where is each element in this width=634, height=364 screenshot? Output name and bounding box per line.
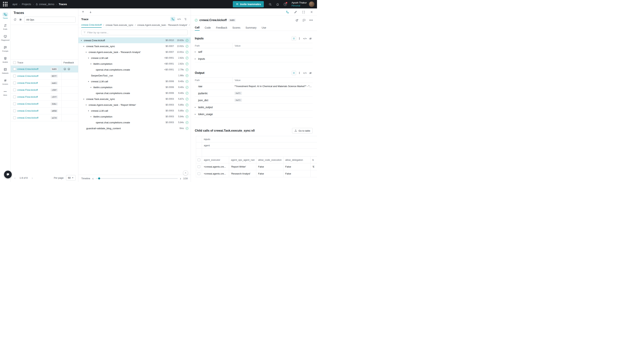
input-row-self[interactable]: ▸self — [195, 48, 312, 55]
per-page-select[interactable]: 50 ▼ — [66, 175, 76, 180]
path-tab[interactable]: crewai.Task.execute_sync — [106, 22, 133, 28]
row-checkbox[interactable] — [13, 88, 16, 91]
span-row[interactable]: ▾crewai.Crew.kickoff$0.001019.83s✓ — [78, 38, 191, 43]
expand-rows-icon[interactable] — [297, 36, 301, 41]
span-row[interactable]: ▾litellm.completion<$0.00012.82s✓ — [78, 61, 191, 67]
trace-row[interactable]: crewai.Crew.kickoff657f — [11, 72, 78, 80]
trace-link[interactable]: crewai.Crew.kickoff — [17, 74, 38, 77]
sidebar-item-evals[interactable]: Evals — [0, 21, 11, 32]
help-icon[interactable]: ? — [284, 3, 287, 6]
row-checkbox[interactable] — [13, 102, 16, 105]
chevron-down-icon[interactable]: ▾ — [88, 80, 91, 82]
trace-row[interactable]: crewai.Crew.kickoffe058 — [11, 108, 78, 114]
output-row-raw[interactable]: raw **Investment Report: AI in Chemical … — [195, 83, 312, 90]
eye-off-icon[interactable] — [308, 71, 312, 75]
trace-link[interactable]: crewai.Crew.kickoff — [17, 68, 38, 70]
chevron-down-icon[interactable]: ▾ — [90, 63, 93, 65]
sidebar-item-datasets[interactable]: Datasets — [0, 65, 11, 76]
output-row-token-usage[interactable]: ▸token_usage — [195, 111, 312, 118]
sidebar-item-more[interactable]: ••• More — [0, 87, 11, 98]
chevron-down-icon[interactable]: ▾ — [90, 116, 93, 118]
overflow-menu-icon[interactable]: ••• — [309, 18, 313, 22]
trace-link[interactable]: crewai.Flow.kickoff — [17, 82, 38, 84]
chevron-down-icon[interactable]: ▾ — [86, 104, 89, 106]
span-row[interactable]: SerperDevTool._run1.66s✓ — [78, 72, 191, 78]
select-all-checkbox[interactable] — [198, 158, 200, 161]
output-row-json-dict[interactable]: json_dict null — [195, 97, 312, 104]
timeline-prev-chevron[interactable]: ‹ — [93, 177, 94, 180]
bell-icon[interactable] — [276, 3, 279, 6]
tab-summary[interactable]: Summary — [245, 24, 256, 30]
trace-row[interactable]: crewai.Flow.kickoffc59f — [11, 86, 78, 94]
list-icon[interactable] — [292, 36, 296, 41]
search-icon[interactable] — [268, 3, 272, 6]
chevron-right-icon[interactable]: ▸ — [195, 106, 198, 108]
child-call-row[interactable]: <crewai.agents.cre... 'Report Writer' Fa… — [196, 163, 317, 170]
select-all-checkbox[interactable] — [13, 61, 16, 64]
tab-call[interactable]: Call — [195, 24, 200, 30]
sidebar-item-scorers[interactable]: Scorers — [0, 76, 11, 87]
trace-link[interactable]: crewai.Crew.kickoff — [17, 102, 38, 105]
trace-row[interactable]: crewai.Flow.kickoffc5ff — [11, 94, 78, 100]
close-icon[interactable] — [310, 10, 313, 14]
chevron-right-icon[interactable]: ▸ — [195, 113, 198, 115]
breadcrumb-projects[interactable]: Projects — [22, 3, 31, 6]
span-row[interactable]: ▾crewai.Agent.execute_task - 'Research A… — [78, 49, 191, 55]
arrow-down-icon[interactable] — [89, 10, 92, 14]
tree-view-icon[interactable] — [170, 17, 175, 21]
child-call-row[interactable]: <crewai.agents.cre... 'Research Analyst'… — [196, 170, 317, 177]
user-menu[interactable]: Ayush Thakur Personal — [291, 1, 307, 7]
chevron-right-icon[interactable]: ▸ — [195, 51, 198, 53]
span-row[interactable]: ▾crewai.Task.execute_sync$0.00035.87s✓ — [78, 96, 191, 102]
prev-page-chevron[interactable]: ‹ — [13, 176, 17, 180]
row-checkbox[interactable] — [13, 110, 16, 112]
span-row[interactable]: ▾crewai.LLM.call$0.00035.85s✓ — [78, 108, 191, 114]
breadcrumb-project[interactable]: crewai_demo — [36, 3, 54, 6]
span-row[interactable]: ▾crewai.Agent.execute_task - 'Report Wri… — [78, 102, 191, 108]
wandb-logo[interactable] — [3, 2, 8, 6]
row-checkbox[interactable] — [13, 116, 16, 119]
chevron-right-icon[interactable]: ▸ — [195, 58, 198, 60]
span-row[interactable]: ▾crewai.LLM.call$0.00069.40s✓ — [78, 78, 191, 84]
trace-link[interactable]: crewai.Crew.kickoff — [17, 110, 38, 112]
go-to-table-button[interactable]: Go to table — [292, 128, 312, 134]
tab-scores[interactable]: Scores — [232, 24, 240, 30]
chevron-up-icon[interactable] — [183, 170, 188, 176]
tab-code[interactable]: Code — [205, 24, 211, 30]
row-checkbox[interactable] — [198, 172, 200, 175]
row-checkbox[interactable] — [198, 165, 200, 168]
ops-filter-select[interactable]: All Ops — [24, 17, 76, 22]
smile-icon[interactable] — [64, 68, 66, 70]
tree-view-icon[interactable] — [286, 10, 289, 14]
output-row-pydantic[interactable]: pydantic null — [195, 90, 312, 97]
chevron-down-icon[interactable]: ▾ — [88, 57, 91, 59]
row-checkbox[interactable] — [13, 74, 16, 77]
trace-row[interactable]: crewai.Crew.kickoff9d89 — [11, 66, 78, 72]
list-icon[interactable] — [292, 71, 296, 75]
op-name-filter-input[interactable]: Filter by op name... — [81, 30, 188, 35]
comment-icon[interactable] — [302, 18, 306, 22]
trace-link[interactable]: crewai.Flow.kickoff — [17, 88, 38, 91]
code-view-icon[interactable]: </> — [303, 36, 307, 41]
arrow-up-icon[interactable] — [81, 10, 85, 14]
chevron-down-icon[interactable]: ▾ — [81, 40, 84, 42]
sidebar-item-playground[interactable]: Playground — [0, 32, 11, 43]
eye-off-icon[interactable] — [308, 36, 312, 41]
breadcrumb-team[interactable]: ayut — [13, 3, 17, 6]
code-view-icon[interactable]: </> — [303, 71, 307, 75]
chevron-down-icon[interactable]: ▾ — [86, 51, 89, 53]
expand-icon[interactable] — [302, 10, 305, 14]
row-checkbox[interactable] — [13, 82, 16, 84]
span-row[interactable]: guardrail-validate_blog_content0ms✓ — [78, 125, 191, 131]
timeline-slider-handle[interactable] — [98, 178, 100, 180]
sidebar-item-models[interactable]: Models — [0, 54, 11, 65]
path-tab[interactable]: crewai.Crew.kickoff — [81, 22, 102, 28]
span-row[interactable]: ▾crewai.LLM.call<$0.00012.82s✓ — [78, 55, 191, 61]
tab-use[interactable]: Use — [262, 24, 266, 30]
input-row-inputs[interactable]: ▸inputs — [195, 55, 312, 62]
chevron-down-icon[interactable]: ▾ — [88, 110, 91, 112]
pencil-icon[interactable] — [294, 10, 297, 14]
refresh-icon[interactable] — [13, 18, 17, 22]
chat-bubble-icon[interactable] — [4, 171, 12, 178]
path-tab[interactable]: crewai.Agent.execute_task - 'Research An… — [137, 22, 187, 28]
